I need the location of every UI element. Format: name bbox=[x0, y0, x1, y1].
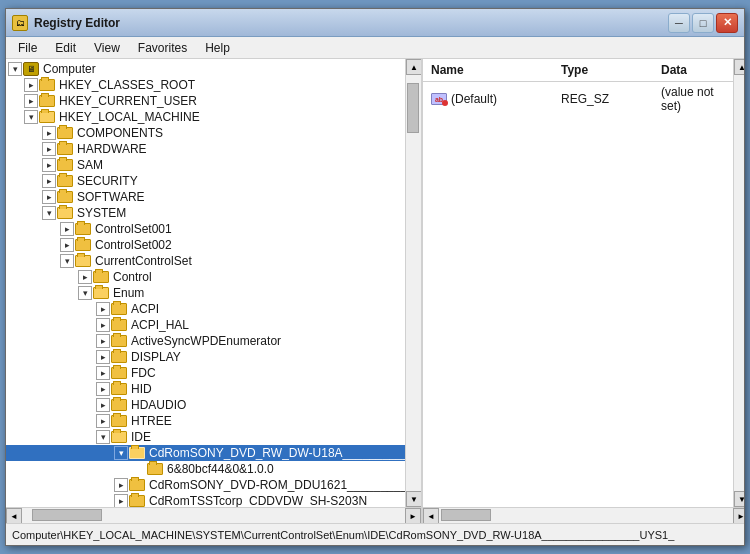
tree-node-cdromtsstcorp[interactable]: ▸ CdRomTSSTcorp_CDDVDW_SH-S203N_________… bbox=[6, 493, 405, 507]
tree-node-ide[interactable]: ▾ IDE bbox=[6, 429, 405, 445]
tree-node-software[interactable]: ▸ SOFTWARE bbox=[6, 189, 405, 205]
tree-node-security[interactable]: ▸ SECURITY bbox=[6, 173, 405, 189]
tree-node-hid[interactable]: ▸ HID bbox=[6, 381, 405, 397]
tree-node-fdc[interactable]: ▸ FDC bbox=[6, 365, 405, 381]
expand-hkcu[interactable]: ▸ bbox=[24, 94, 38, 108]
hklm-label: HKEY_LOCAL_MACHINE bbox=[59, 110, 200, 124]
minimize-button[interactable]: ─ bbox=[668, 13, 690, 33]
detail-hscroll-right[interactable]: ► bbox=[733, 508, 744, 523]
expand-controlset001[interactable]: ▸ bbox=[60, 222, 74, 236]
detail-vscrollbar[interactable]: ▲ ▼ bbox=[733, 59, 744, 507]
tree-node-computer[interactable]: ▾ 🖥 Computer bbox=[6, 61, 405, 77]
tree-node-hardware[interactable]: ▸ HARDWARE bbox=[6, 141, 405, 157]
tree-scroll-down[interactable]: ▼ bbox=[406, 491, 421, 507]
expand-security[interactable]: ▸ bbox=[42, 174, 56, 188]
tree-hscroll-thumb[interactable] bbox=[32, 509, 102, 521]
expand-hdaudio[interactable]: ▸ bbox=[96, 398, 110, 412]
tree-node-cdromsony2[interactable]: ▸ CdRomSONY_DVD-ROM_DDU1621_____________… bbox=[6, 477, 405, 493]
expand-fdc[interactable]: ▸ bbox=[96, 366, 110, 380]
expand-display[interactable]: ▸ bbox=[96, 350, 110, 364]
activesync-label: ActiveSyncWPDEnumerator bbox=[131, 334, 281, 348]
expand-ide[interactable]: ▾ bbox=[96, 430, 110, 444]
menu-edit[interactable]: Edit bbox=[47, 39, 84, 57]
detail-hscrollbar[interactable]: ◄ ► bbox=[423, 507, 744, 523]
expand-hklm[interactable]: ▾ bbox=[24, 110, 38, 124]
tree-node-display[interactable]: ▸ DISPLAY bbox=[6, 349, 405, 365]
menu-bar: File Edit View Favorites Help bbox=[6, 37, 744, 59]
tree-node-system[interactable]: ▾ SYSTEM bbox=[6, 205, 405, 221]
tree-scroll-up[interactable]: ▲ bbox=[406, 59, 421, 75]
tree-node-enum[interactable]: ▾ Enum bbox=[6, 285, 405, 301]
tree-vscrollbar[interactable]: ▲ ▼ bbox=[405, 59, 421, 507]
menu-view[interactable]: View bbox=[86, 39, 128, 57]
status-bar: Computer\HKEY_LOCAL_MACHINE\SYSTEM\Curre… bbox=[6, 523, 744, 545]
expand-hardware[interactable]: ▸ bbox=[42, 142, 56, 156]
tree-node-controlset001[interactable]: ▸ ControlSet001 bbox=[6, 221, 405, 237]
tree-node-currentcontrolset[interactable]: ▾ CurrentControlSet bbox=[6, 253, 405, 269]
menu-favorites[interactable]: Favorites bbox=[130, 39, 195, 57]
tree-hscroll-track bbox=[22, 508, 405, 523]
expand-acpi-hal[interactable]: ▸ bbox=[96, 318, 110, 332]
expand-activesync[interactable]: ▸ bbox=[96, 334, 110, 348]
expand-cdromsony1[interactable]: ▾ bbox=[114, 446, 128, 460]
hardware-label: HARDWARE bbox=[77, 142, 147, 156]
tree-node-activesync[interactable]: ▸ ActiveSyncWPDEnumerator bbox=[6, 333, 405, 349]
tree-node-components[interactable]: ▸ COMPONENTS bbox=[6, 125, 405, 141]
detail-hscroll-thumb[interactable] bbox=[441, 509, 491, 521]
detail-header: Name Type Data bbox=[423, 59, 733, 82]
folder-icon-cdromtsstcorp bbox=[129, 495, 145, 507]
folder-icon-cdromsony2 bbox=[129, 479, 145, 491]
folder-icon-hid bbox=[111, 383, 127, 395]
tree-hscroll-left[interactable]: ◄ bbox=[6, 508, 22, 523]
tree-node-hdaudio[interactable]: ▸ HDAUDIO bbox=[6, 397, 405, 413]
panels-area: ▾ 🖥 Computer ▸ HKEY_CLASSES_ROOT ▸ bbox=[6, 59, 744, 523]
expand-acpi[interactable]: ▸ bbox=[96, 302, 110, 316]
expand-controlset002[interactable]: ▸ bbox=[60, 238, 74, 252]
tree-node-control[interactable]: ▸ Control bbox=[6, 269, 405, 285]
folder-icon-fdc bbox=[111, 367, 127, 379]
tree-node-sub1[interactable]: 6&80bcf44&0&1.0.0 bbox=[6, 461, 405, 477]
tree-node-sam[interactable]: ▸ SAM bbox=[6, 157, 405, 173]
title-bar: 🗂 Registry Editor ─ □ ✕ bbox=[6, 9, 744, 37]
expand-software[interactable]: ▸ bbox=[42, 190, 56, 204]
detail-row-default[interactable]: ab (Default) REG_SZ (value not set) bbox=[423, 82, 733, 116]
tree-column: ▾ 🖥 Computer ▸ HKEY_CLASSES_ROOT ▸ bbox=[6, 59, 421, 523]
expand-components[interactable]: ▸ bbox=[42, 126, 56, 140]
tree-node-controlset002[interactable]: ▸ ControlSet002 bbox=[6, 237, 405, 253]
window-title: Registry Editor bbox=[34, 16, 120, 30]
tree-node-htree[interactable]: ▸ HTREE bbox=[6, 413, 405, 429]
expand-htree[interactable]: ▸ bbox=[96, 414, 110, 428]
close-button[interactable]: ✕ bbox=[716, 13, 738, 33]
expand-system[interactable]: ▾ bbox=[42, 206, 56, 220]
detail-value-name-default: (Default) bbox=[451, 92, 497, 106]
expand-cdromsony2[interactable]: ▸ bbox=[114, 478, 128, 492]
expand-enum[interactable]: ▾ bbox=[78, 286, 92, 300]
tree-panel: ▾ 🖥 Computer ▸ HKEY_CLASSES_ROOT ▸ bbox=[6, 59, 405, 507]
tree-hscroll-right[interactable]: ► bbox=[405, 508, 421, 523]
expand-hkcr[interactable]: ▸ bbox=[24, 78, 38, 92]
tree-node-hkey-local-machine[interactable]: ▾ HKEY_LOCAL_MACHINE bbox=[6, 109, 405, 125]
expand-cdromtsstcorp[interactable]: ▸ bbox=[114, 494, 128, 507]
expand-currentcontrolset[interactable]: ▾ bbox=[60, 254, 74, 268]
tree-node-acpi-hal[interactable]: ▸ ACPI_HAL bbox=[6, 317, 405, 333]
folder-icon-software bbox=[57, 191, 73, 203]
tree-node-hkey-current-user[interactable]: ▸ HKEY_CURRENT_USER bbox=[6, 93, 405, 109]
expand-control[interactable]: ▸ bbox=[78, 270, 92, 284]
tree-scroll-thumb[interactable] bbox=[407, 83, 419, 133]
folder-icon-control bbox=[93, 271, 109, 283]
expand-computer[interactable]: ▾ bbox=[8, 62, 22, 76]
detail-hscroll-left[interactable]: ◄ bbox=[423, 508, 439, 523]
expand-sam[interactable]: ▸ bbox=[42, 158, 56, 172]
tree-node-hkey-classes-root[interactable]: ▸ HKEY_CLASSES_ROOT bbox=[6, 77, 405, 93]
menu-help[interactable]: Help bbox=[197, 39, 238, 57]
menu-file[interactable]: File bbox=[10, 39, 45, 57]
detail-scroll-up[interactable]: ▲ bbox=[734, 59, 744, 75]
tree-hscrollbar[interactable]: ◄ ► bbox=[6, 507, 421, 523]
folder-icon-hkcr bbox=[39, 79, 55, 91]
maximize-button[interactable]: □ bbox=[692, 13, 714, 33]
expand-hid[interactable]: ▸ bbox=[96, 382, 110, 396]
folder-icon-activesync bbox=[111, 335, 127, 347]
tree-node-cdromsony1[interactable]: ▾ CdRomSONY_DVD_RW_DW-U18A______________… bbox=[6, 445, 405, 461]
tree-node-acpi[interactable]: ▸ ACPI bbox=[6, 301, 405, 317]
detail-scroll-down[interactable]: ▼ bbox=[734, 491, 744, 507]
